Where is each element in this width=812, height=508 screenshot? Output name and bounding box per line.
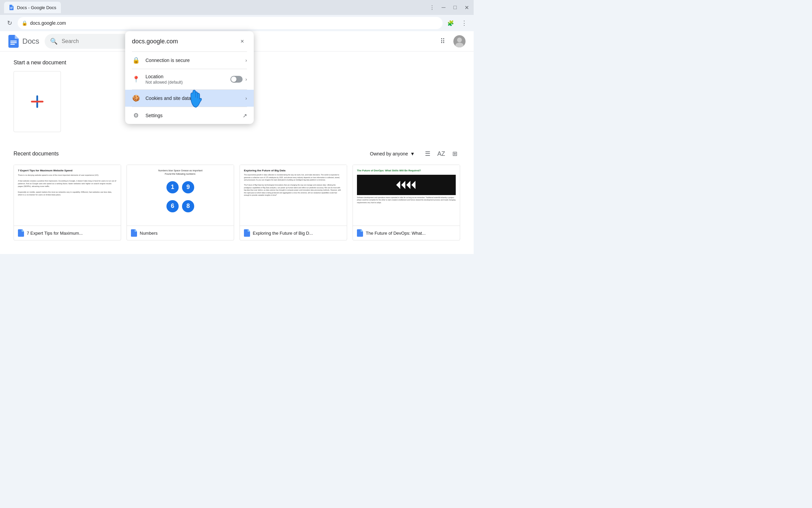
doc-card-1[interactable]: 7 Expert Tips for Maximum Website Speed … [14, 165, 121, 240]
location-toggle[interactable] [230, 76, 243, 83]
docs-tab-icon [9, 5, 14, 10]
doc-title-2: Numbers [140, 231, 230, 236]
chevron-icon-1: › [245, 58, 247, 63]
svg-marker-14 [411, 181, 415, 189]
recent-controls: Owned by anyone ▼ ☰ AZ ⊞ [366, 148, 460, 159]
owned-by-btn[interactable]: Owned by anyone ▼ [366, 149, 418, 158]
popup-settings-content: Settings [145, 113, 237, 118]
lock-icon: 🔒 [22, 20, 27, 26]
extensions-btn[interactable]: 🧩 [445, 18, 456, 28]
nav-right-buttons: 🧩 ⋮ [445, 18, 470, 28]
popup-close-btn[interactable]: × [238, 37, 247, 46]
popup-location-content: Location Not allowed (default) [145, 74, 225, 85]
doc-thumbnail-1: 7 Expert Tips for Maximum Website Speed … [14, 165, 121, 226]
grid-view-btn[interactable]: ⊞ [449, 148, 460, 159]
popup-header: docs.google.com × [125, 31, 254, 51]
popup-settings-right: ↗ [243, 112, 247, 119]
doc-file-icon-4 [357, 229, 363, 237]
svg-point-7 [457, 38, 462, 42]
chevron-icon-2: › [245, 77, 247, 82]
docs-logo: Docs [8, 35, 39, 48]
svg-rect-1 [10, 8, 13, 8]
tab-title: Docs - Google Docs [17, 5, 56, 10]
popup-settings-label: Settings [145, 113, 237, 118]
nav-bar: ↻ 🔒 docs.google.com 🧩 ⋮ [0, 15, 474, 31]
title-bar: Docs - Google Docs ⋮ ─ □ ✕ [0, 0, 474, 15]
svg-rect-2 [10, 8, 12, 9]
popup-settings-item[interactable]: ⚙ Settings ↗ [125, 107, 254, 124]
doc-file-icon-3 [244, 229, 250, 237]
popup-location-item[interactable]: 📍 Location Not allowed (default) › [125, 69, 254, 89]
owned-by-text: Owned by anyone [370, 151, 408, 156]
popup-connection-content: Connection is secure [145, 58, 240, 63]
search-icon: 🔍 [50, 38, 58, 45]
doc-thumbnail-3: Exploring the Future of Big Data The exp… [240, 165, 347, 226]
popup-connection-item[interactable]: 🔒 Connection is secure › [125, 52, 254, 69]
address-bar[interactable]: 🔒 docs.google.com [18, 17, 443, 29]
popup-domain: docs.google.com [132, 38, 178, 45]
recent-section-title: Recent documents [14, 151, 59, 157]
devops-image [357, 175, 456, 195]
doc-card-4[interactable]: The Future of DevOps: What Skills Will B… [353, 165, 460, 240]
maximize-btn[interactable]: □ [452, 4, 458, 10]
reload-btn[interactable]: ↻ [4, 18, 15, 28]
recent-docs-header: Recent documents Owned by anyone ▼ ☰ AZ … [14, 148, 460, 159]
docs-grid: 7 Expert Tips for Maximum Website Speed … [14, 165, 460, 240]
popup-connection-right: › [245, 58, 247, 63]
cookies-popup-icon: 🍪 [132, 94, 140, 102]
popup-connection-label: Connection is secure [145, 58, 240, 63]
svg-rect-3 [10, 41, 17, 41]
browser-chrome: Docs - Google Docs ⋮ ─ □ ✕ ↻ 🔒 docs.goog… [0, 0, 474, 31]
doc-card-3[interactable]: Exploring the Future of Big Data The exp… [240, 165, 347, 240]
svg-rect-0 [10, 7, 13, 7]
close-btn[interactable]: ✕ [464, 4, 470, 10]
more-btn[interactable]: ⋮ [459, 18, 470, 28]
svg-marker-12 [401, 181, 405, 189]
popup-location-right: › [230, 76, 247, 83]
popup-location-label: Location [145, 74, 225, 79]
sort-btn[interactable]: AZ [436, 148, 447, 159]
doc-title-1: 7 Expert Tips for Maximum... [27, 231, 117, 236]
active-tab[interactable]: Docs - Google Docs [4, 2, 61, 13]
view-icons: ☰ AZ ⊞ [422, 148, 460, 159]
docs-logo-icon [8, 35, 19, 48]
svg-rect-5 [10, 44, 15, 44]
apps-btn[interactable]: ⠿ [436, 35, 449, 48]
docs-logo-text: Docs [22, 37, 39, 46]
settings-popup-icon: ⚙ [132, 112, 140, 119]
doc-file-icon-2 [131, 229, 137, 237]
doc-card-2[interactable]: Numbers blue Space Grease as importantFo… [127, 165, 234, 240]
title-bar-controls: ⋮ ─ □ ✕ [429, 4, 470, 10]
plus-icon [29, 93, 45, 110]
address-text: docs.google.com [30, 20, 438, 26]
doc-title-3: Exploring the Future of Big D... [253, 231, 343, 236]
doc-info-1: 7 Expert Tips for Maximum... [14, 226, 121, 240]
popup-cookies-label: Cookies and site data [145, 96, 240, 101]
svg-marker-13 [406, 181, 410, 189]
popup-cookies-item[interactable]: 🍪 Cookies and site data › [125, 90, 254, 107]
doc-info-4: The Future of DevOps: What... [353, 226, 460, 240]
doc-title-4: The Future of DevOps: What... [366, 231, 456, 236]
doc-thumbnail-4: The Future of DevOps: What Skills Will B… [353, 165, 460, 226]
doc-info-3: Exploring the Future of Big D... [240, 226, 347, 240]
header-right: ⠿ [436, 35, 466, 48]
location-popup-icon: 📍 [132, 76, 140, 83]
list-view-btn[interactable]: ☰ [422, 148, 433, 159]
svg-marker-11 [396, 181, 400, 189]
chevron-icon-3: › [245, 96, 247, 101]
doc-info-2: Numbers [127, 226, 234, 240]
svg-rect-4 [10, 42, 17, 43]
external-link-icon: ↗ [243, 112, 247, 119]
popup-cookies-content: Cookies and site data [145, 96, 240, 101]
site-info-popup: docs.google.com × 🔒 Connection is secure… [125, 31, 254, 124]
dropdown-arrow: ▼ [410, 151, 415, 156]
lock-popup-icon: 🔒 [132, 57, 140, 64]
tab-area: Docs - Google Docs [4, 2, 426, 13]
blank-doc-card[interactable] [14, 71, 61, 132]
more-options-btn[interactable]: ⋮ [429, 4, 435, 10]
minimize-btn[interactable]: ─ [441, 4, 447, 10]
doc-file-icon-1 [18, 229, 24, 237]
avatar[interactable] [453, 35, 466, 47]
popup-cookies-right: › [245, 96, 247, 101]
popup-location-sublabel: Not allowed (default) [145, 80, 225, 85]
